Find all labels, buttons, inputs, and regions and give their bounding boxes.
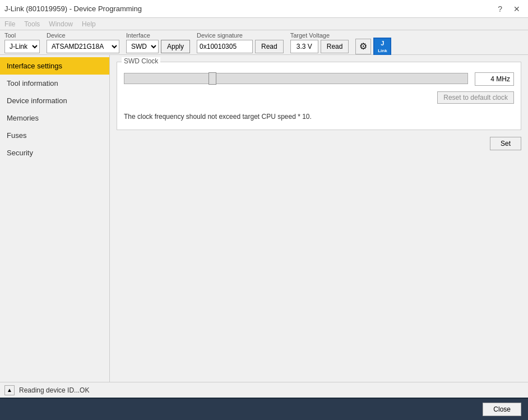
arrow-icon: ▲ bbox=[7, 387, 12, 393]
sidebar-item-security[interactable]: Security bbox=[0, 144, 109, 161]
menu-item-help[interactable]: Help bbox=[82, 20, 96, 28]
device-sig-input[interactable] bbox=[197, 40, 253, 53]
slider-row: 4 MHz bbox=[124, 72, 514, 86]
tool-select[interactable]: J-Link bbox=[4, 40, 40, 53]
gear-icon: ⚙ bbox=[359, 41, 367, 52]
tool-group: Tool J-Link bbox=[4, 32, 40, 53]
menu-item-window[interactable]: Window bbox=[49, 20, 73, 28]
device-sig-control: Read bbox=[197, 40, 284, 53]
sidebar-item-interface-settings[interactable]: Interface settings bbox=[0, 57, 109, 75]
sidebar-item-memories[interactable]: Memories bbox=[0, 109, 109, 127]
help-button[interactable]: ? bbox=[494, 3, 506, 15]
device-sig-group: Device signature Read bbox=[197, 32, 284, 53]
set-btn-row: Set bbox=[117, 137, 521, 150]
jlink-icon: JLink bbox=[378, 40, 387, 53]
voltage-display: 3.3 V bbox=[290, 40, 318, 53]
status-arrow-button[interactable]: ▲ bbox=[4, 385, 15, 395]
main-area: Interface settings Tool information Devi… bbox=[0, 55, 528, 382]
sidebar-item-device-information[interactable]: Device information bbox=[0, 92, 109, 109]
status-text: Reading device ID...OK bbox=[19, 386, 89, 394]
toolbar: Tool J-Link Device ATSAMD21G18A Interfac… bbox=[0, 30, 528, 55]
slider-wrapper bbox=[124, 73, 468, 86]
read-sig-button[interactable]: Read bbox=[255, 40, 284, 53]
menu-item-file[interactable]: File bbox=[4, 20, 15, 28]
device-control: ATSAMD21G18A bbox=[47, 40, 119, 53]
voltage-label: Target Voltage bbox=[290, 32, 349, 39]
sidebar-item-tool-information[interactable]: Tool information bbox=[0, 75, 109, 92]
jlink-button[interactable]: JLink bbox=[373, 38, 391, 56]
reset-clock-button[interactable]: Reset to default clock bbox=[437, 91, 514, 104]
reset-clock-row: Reset to default clock bbox=[124, 91, 514, 108]
device-select[interactable]: ATSAMD21G18A bbox=[47, 40, 119, 53]
sidebar-item-fuses[interactable]: Fuses bbox=[0, 127, 109, 144]
status-bar: ▲ Reading device ID...OK bbox=[0, 382, 528, 398]
interface-label: Interface bbox=[126, 32, 190, 39]
device-group: Device ATSAMD21G18A bbox=[47, 32, 119, 53]
swd-clock-box: SWD Clock 4 MHz Reset to default clock T… bbox=[117, 62, 521, 130]
read-voltage-button[interactable]: Read bbox=[321, 40, 349, 53]
freq-display: 4 MHz bbox=[475, 72, 514, 86]
close-button[interactable]: Close bbox=[483, 403, 521, 416]
tool-label: Tool bbox=[4, 32, 40, 39]
voltage-control: 3.3 V Read bbox=[290, 40, 349, 53]
device-sig-label: Device signature bbox=[197, 32, 284, 39]
device-label: Device bbox=[47, 32, 119, 39]
set-button[interactable]: Set bbox=[490, 137, 521, 150]
swd-clock-legend: SWD Clock bbox=[122, 57, 160, 65]
apply-button[interactable]: Apply bbox=[161, 40, 190, 53]
clock-warning-text: The clock frequency should not exceed ta… bbox=[124, 113, 514, 121]
interface-group: Interface SWD Apply bbox=[126, 32, 190, 53]
bottom-bar: Close bbox=[0, 398, 528, 420]
menu-bar: File Tools Window Help bbox=[0, 18, 528, 30]
title-bar-controls: ? ✕ bbox=[494, 3, 524, 15]
title-bar: J-Link (801019959) - Device Programming … bbox=[0, 0, 528, 18]
tool-control: J-Link bbox=[4, 40, 40, 53]
icon-buttons: ⚙ JLink bbox=[355, 38, 391, 56]
voltage-group: Target Voltage 3.3 V Read bbox=[290, 32, 349, 53]
content-panel: SWD Clock 4 MHz Reset to default clock T… bbox=[110, 55, 528, 382]
interface-select[interactable]: SWD bbox=[126, 40, 159, 53]
sidebar: Interface settings Tool information Devi… bbox=[0, 55, 110, 382]
gear-button[interactable]: ⚙ bbox=[355, 39, 371, 54]
window-title: J-Link (801019959) - Device Programming bbox=[4, 4, 142, 13]
clock-slider[interactable] bbox=[124, 73, 468, 84]
interface-control: SWD Apply bbox=[126, 40, 190, 53]
menu-item-tools[interactable]: Tools bbox=[24, 20, 40, 28]
close-window-button[interactable]: ✕ bbox=[510, 3, 524, 15]
